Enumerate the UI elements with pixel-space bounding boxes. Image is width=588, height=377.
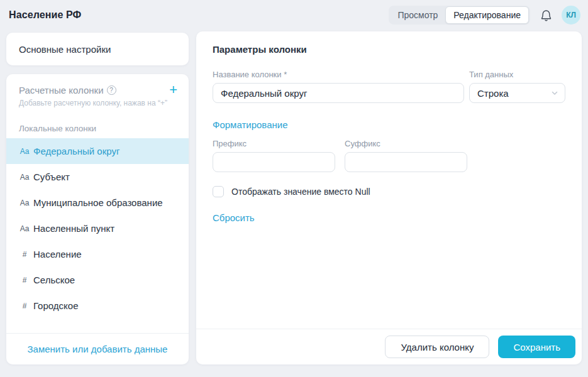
data-type-select[interactable]: Строка (469, 83, 565, 103)
column-type-icon: # (19, 276, 30, 285)
panel-body: Название колонки * Тип данных Строка Фор… (196, 55, 582, 329)
mode-edit-button[interactable]: Редактирование (445, 6, 529, 24)
column-type-icon: Aa (19, 224, 30, 233)
chevron-down-icon (551, 89, 558, 97)
column-label: Население (33, 249, 82, 260)
notifications-bell-icon[interactable] (539, 8, 553, 22)
column-label: Субъект (33, 172, 70, 182)
null-value-checkbox-row[interactable]: Отображать значение вместо Null (213, 186, 565, 197)
null-value-checkbox-label: Отображать значение вместо Null (231, 187, 370, 197)
columns-sidebar: Расчетные колонки ? + Добавьте расчетную… (6, 74, 189, 364)
column-type-icon: # (19, 250, 30, 259)
columns-list: Aa Федеральный округ Aa Субъект Aa Муниц… (6, 138, 189, 319)
formatting-link[interactable]: Форматирование (213, 119, 288, 130)
sidebar-column-item[interactable]: Aa Населенный пункт (6, 216, 189, 241)
reset-link[interactable]: Сбросить (213, 212, 255, 223)
panel-title: Параметры колонки (196, 31, 582, 55)
calc-columns-hint: Добавьте расчетную колонку, нажав на “+” (19, 99, 179, 107)
column-label: Федеральный округ (33, 146, 119, 156)
sidebar-column-item[interactable]: Aa Федеральный округ (6, 138, 189, 164)
column-type-icon: # (19, 302, 30, 310)
column-type-icon: Aa (19, 173, 30, 182)
delete-column-button[interactable]: Удалить колонку (385, 336, 489, 358)
sidebar-column-item[interactable]: # Городское (6, 293, 189, 319)
suffix-input[interactable] (345, 152, 467, 172)
mode-view-button[interactable]: Просмотр (390, 7, 445, 23)
sidebar-spacer (6, 319, 189, 333)
sidebar-item-main-settings[interactable]: Основные настройки (6, 33, 189, 65)
prefix-input[interactable] (213, 152, 335, 172)
calc-columns-title: Расчетные колонки (19, 85, 104, 96)
column-settings-panel: Параметры колонки Название колонки * Тип… (196, 31, 582, 364)
mode-toggle: Просмотр Редактирование (389, 6, 530, 25)
help-icon[interactable]: ? (107, 85, 116, 95)
main-settings-label: Основные настройки (19, 44, 111, 55)
suffix-label: Суффикс (345, 139, 467, 148)
header-actions: Просмотр Редактирование КЛ (389, 6, 580, 25)
column-label: Муниципальное образование (33, 197, 163, 208)
page-title: Население РФ (9, 9, 81, 21)
column-label: Сельское (33, 275, 75, 285)
prefix-label: Префикс (213, 139, 335, 148)
save-button[interactable]: Сохранить (498, 336, 575, 358)
panel-footer: Удалить колонку Сохранить (196, 329, 582, 364)
add-column-button[interactable]: + (168, 84, 179, 96)
data-type-value: Строка (477, 88, 509, 99)
sidebar-footer: Заменить или добавить данные (6, 333, 189, 364)
column-label: Городское (33, 300, 78, 311)
calc-columns-header: Расчетные колонки ? + Добавьте расчетную… (6, 74, 189, 107)
replace-or-add-data-link[interactable]: Заменить или добавить данные (28, 344, 168, 354)
null-value-checkbox[interactable] (213, 186, 224, 197)
column-label: Населенный пункт (33, 223, 114, 234)
column-type-icon: Aa (19, 199, 30, 207)
column-type-icon: Aa (19, 147, 30, 156)
sidebar-column-item[interactable]: # Население (6, 241, 189, 267)
top-bar: Население РФ Просмотр Редактирование КЛ (0, 0, 588, 30)
data-type-label: Тип данных (469, 70, 565, 79)
sidebar-column-item[interactable]: Aa Муниципальное образование (6, 190, 189, 216)
avatar[interactable]: КЛ (562, 6, 580, 25)
local-columns-label: Локальные колонки (6, 107, 189, 138)
sidebar-column-item[interactable]: Aa Субъект (6, 164, 189, 190)
sidebar-column-item[interactable]: # Сельское (6, 267, 189, 293)
column-name-label: Название колонки * (213, 70, 464, 79)
column-name-input[interactable] (213, 83, 464, 103)
